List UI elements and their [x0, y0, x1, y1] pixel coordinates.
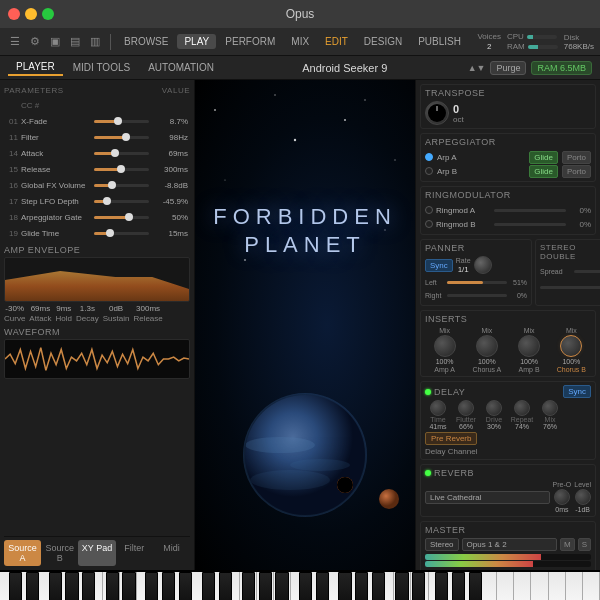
purge-button[interactable]: Purge [490, 61, 526, 75]
arp-a-radio[interactable] [425, 153, 433, 161]
param-glide-time[interactable]: 19 Glide Time 15ms [4, 225, 190, 241]
white-key-a5[interactable] [566, 572, 583, 600]
tab-filter[interactable]: Filter [116, 540, 153, 566]
white-key-b4[interactable] [463, 572, 480, 600]
tab-automation[interactable]: AUTOMATION [140, 60, 222, 75]
white-key-d4[interactable] [377, 572, 394, 600]
close-button[interactable] [8, 8, 20, 20]
white-key-b2[interactable] [223, 572, 240, 600]
layout1-icon[interactable]: ▣ [46, 33, 64, 51]
white-key-f2[interactable] [171, 572, 188, 600]
param-attack[interactable]: 14 Attack 69ms [4, 145, 190, 161]
param-x-fade[interactable]: 01 X-Fade 8.7% [4, 113, 190, 129]
white-key-e3[interactable] [274, 572, 291, 600]
minimize-button[interactable] [25, 8, 37, 20]
arp-a-glide-btn[interactable]: Glide [529, 151, 558, 164]
white-key-d3[interactable] [257, 572, 274, 600]
param-global-fx[interactable]: 16 Global FX Volume -8.8dB [4, 177, 190, 193]
tab-source-b[interactable]: Source B [41, 540, 78, 566]
nav-design[interactable]: DESIGN [357, 34, 409, 49]
tab-midi-tools[interactable]: MIDI TOOLS [65, 60, 138, 75]
reverb-pre-o-knob[interactable] [554, 489, 570, 505]
white-key-g1[interactable] [69, 572, 86, 600]
pre-reverb-btn[interactable]: Pre Reverb [425, 432, 477, 445]
delay-led[interactable] [425, 389, 431, 395]
hamburger-icon[interactable]: ☰ [6, 33, 24, 51]
param-step-lfo[interactable]: 17 Step LFO Depth -45.9% [4, 193, 190, 209]
tab-source-a[interactable]: Source A [4, 540, 41, 566]
white-key-g3[interactable] [309, 572, 326, 600]
reverb-preset[interactable]: Live Cathedral [425, 491, 550, 504]
white-key-d2[interactable] [137, 572, 154, 600]
white-key-c2[interactable] [120, 572, 137, 600]
white-key-e1[interactable] [34, 572, 51, 600]
white-key-a2[interactable] [206, 572, 223, 600]
arp-b-glide-btn[interactable]: Glide [529, 165, 558, 178]
ringmod-a-radio[interactable] [425, 206, 433, 214]
white-key-a1[interactable] [86, 572, 103, 600]
nav-browse[interactable]: BROWSE [117, 34, 175, 49]
layout3-icon[interactable]: ▥ [86, 33, 104, 51]
nav-edit[interactable]: EDIT [318, 34, 355, 49]
white-key-c5[interactable] [480, 572, 497, 600]
reverb-led[interactable] [425, 470, 431, 476]
arp-a-porto-btn[interactable]: Porto [562, 151, 591, 164]
ringmod-b-slider[interactable] [494, 223, 566, 226]
tab-player[interactable]: PLAYER [8, 59, 63, 76]
white-key-d5[interactable] [497, 572, 514, 600]
tab-midi[interactable]: Midi [153, 540, 190, 566]
s-button[interactable]: S [578, 538, 591, 551]
gear-icon[interactable]: ⚙ [26, 33, 44, 51]
delay-drive-knob[interactable] [486, 400, 502, 416]
white-key-a4[interactable] [446, 572, 463, 600]
white-key-f4[interactable] [411, 572, 428, 600]
delay-time-knob[interactable] [430, 400, 446, 416]
nav-play[interactable]: PLAY [177, 34, 216, 49]
delay-flutter-knob[interactable] [458, 400, 474, 416]
white-key-e4[interactable] [394, 572, 411, 600]
nav-publish[interactable]: PUBLISH [411, 34, 468, 49]
delay-sync-btn[interactable]: Sync [563, 385, 591, 398]
master-mode[interactable]: Stereo [425, 538, 459, 551]
transpose-knob[interactable] [425, 101, 449, 125]
stereo-slider2[interactable] [540, 286, 600, 289]
nav-arrows[interactable]: ▲▼ [468, 63, 486, 73]
panner-left-slider[interactable] [447, 281, 507, 284]
nav-mix[interactable]: MIX [284, 34, 316, 49]
delay-repeat-knob[interactable] [514, 400, 530, 416]
arp-b-radio[interactable] [425, 167, 433, 175]
amp-b-knob[interactable] [518, 335, 540, 357]
white-key-c1[interactable] [0, 572, 17, 600]
chorus-b-knob[interactable] [560, 335, 582, 357]
arp-b-porto-btn[interactable]: Porto [562, 165, 591, 178]
white-key-b5[interactable] [583, 572, 600, 600]
amp-a-knob[interactable] [434, 335, 456, 357]
panner-sync-btn[interactable]: Sync [425, 259, 453, 272]
param-arp-gate[interactable]: 18 Arpeggiator Gate 50% [4, 209, 190, 225]
white-key-f1[interactable] [51, 572, 68, 600]
white-key-b3[interactable] [343, 572, 360, 600]
piano-keyboard[interactable] [0, 570, 600, 600]
white-key-c3[interactable] [240, 572, 257, 600]
nav-perform[interactable]: PERFORM [218, 34, 282, 49]
white-key-f5[interactable] [531, 572, 548, 600]
white-key-g5[interactable] [549, 572, 566, 600]
panner-depth-knob[interactable] [474, 256, 492, 274]
white-key-g2[interactable] [189, 572, 206, 600]
ringmod-b-radio[interactable] [425, 220, 433, 228]
layout2-icon[interactable]: ▤ [66, 33, 84, 51]
panner-right-slider[interactable] [447, 294, 507, 297]
white-key-e5[interactable] [514, 572, 531, 600]
white-key-e2[interactable] [154, 572, 171, 600]
white-key-d1[interactable] [17, 572, 34, 600]
master-preset[interactable]: Opus 1 & 2 [462, 538, 557, 551]
param-release[interactable]: 15 Release 300ms [4, 161, 190, 177]
white-key-b1[interactable] [103, 572, 120, 600]
chorus-a-knob[interactable] [476, 335, 498, 357]
white-key-a3[interactable] [326, 572, 343, 600]
tab-xy-pad[interactable]: XY Pad [78, 540, 115, 566]
m-button[interactable]: M [560, 538, 575, 551]
param-filter[interactable]: 11 Filter 98Hz [4, 129, 190, 145]
delay-mix-knob[interactable] [542, 400, 558, 416]
reverb-level-knob[interactable] [575, 489, 591, 505]
